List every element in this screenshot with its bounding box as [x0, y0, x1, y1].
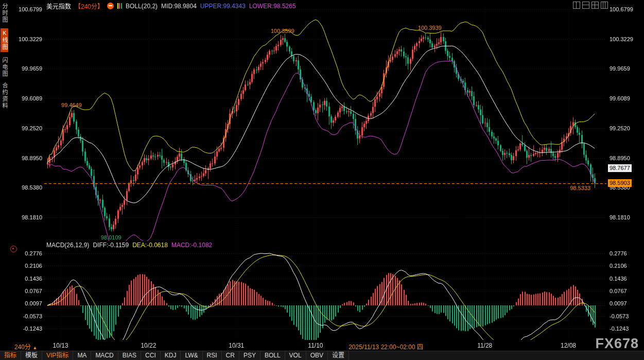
indicator-marker-icon[interactable] — [10, 246, 17, 252]
sidebar-nav: 分时图K线图闪电图合约资料 — [0, 0, 9, 360]
macd-dea-value: DEA:-0.0618 — [132, 242, 168, 249]
toolbar-button-obv[interactable]: OBV — [306, 351, 328, 360]
toolbar-button-boll[interactable]: BOLL — [260, 351, 285, 360]
toolbar-button-vip-indicators[interactable]: VIP指标 — [42, 351, 73, 360]
layout-split-horizontal-icon[interactable] — [582, 2, 589, 9]
macd-header: MACD(26,12,9) DIFF:-0.1159 DEA:-0.0618 M… — [46, 242, 212, 249]
toolbar-button-ma[interactable]: MA — [73, 351, 91, 360]
chart-canvas[interactable] — [0, 0, 644, 351]
boll-upper-value: UPPER:99.4343 — [200, 3, 246, 10]
sidebar-item-kline-chart[interactable]: K线图 — [1, 28, 8, 52]
sidebar-item-contract-info[interactable]: 合约资料 — [1, 82, 8, 109]
toolbar-button-kdj[interactable]: KDJ — [161, 351, 181, 360]
macd-indicator-label: MACD(26,12,9) — [46, 242, 89, 249]
timeframe-label[interactable]: 240分 ▲ — [14, 342, 37, 351]
macd-diff-value: DIFF:-0.1159 — [93, 242, 129, 249]
price-badge-last: 98.5903 — [608, 179, 632, 187]
boll-lower-value: LOWER:98.5265 — [249, 3, 296, 10]
boll-mid-value: MID:98.9804 — [161, 3, 197, 10]
toolbar-button-indicators[interactable]: 指标 — [0, 351, 21, 360]
toolbar-button-cr[interactable]: CR — [222, 351, 239, 360]
sidebar-item-time-chart[interactable]: 分时图 — [1, 3, 8, 23]
layout-split-vertical-icon[interactable] — [573, 2, 580, 9]
boll-indicator-label: BOLL(20,2) — [126, 3, 158, 10]
trading-terminal: 100.6799100.6799100.3229100.322999.96599… — [0, 0, 644, 360]
toolbar-button-psy[interactable]: PSY — [239, 351, 260, 360]
bottom-toolbar: 指标模板VIP指标MAMACDBIASCCIKDJLW&RSICRPSYBOLL… — [0, 351, 644, 360]
symbol-title: 美元指数 — [46, 2, 71, 10]
layout-columns-icon[interactable] — [601, 2, 608, 9]
window-layout-controls — [571, 2, 608, 11]
watermark: FX678 — [595, 336, 639, 352]
toolbar-button-lwr[interactable]: LW& — [181, 351, 202, 360]
toolbar-button-bias[interactable]: BIAS — [118, 351, 141, 360]
layout-grid-icon[interactable] — [591, 2, 599, 9]
triangle-up-icon: ▲ — [32, 345, 37, 350]
period-tag: 【240分】 — [75, 2, 103, 10]
toolbar-button-macd[interactable]: MACD — [91, 351, 118, 360]
sidebar-item-flash-chart[interactable]: 闪电图 — [1, 57, 8, 77]
collapse-circle-minus-icon[interactable] — [107, 3, 114, 9]
macd-macd-value: MACD:-0.1082 — [171, 242, 212, 249]
toolbar-button-vol[interactable]: VOL — [285, 351, 306, 360]
chart-header-bar: 美元指数 【240分】 BOLL(20,2) MID:98.9804 UPPER… — [46, 2, 296, 10]
timeframe-text: 240分 — [14, 344, 31, 351]
toolbar-button-settings[interactable]: 设置 — [328, 351, 349, 360]
toolbar-button-templates[interactable]: 模板 — [21, 351, 42, 360]
mini-candle-icon — [117, 3, 122, 9]
price-badge-mid: 98.7677 — [608, 164, 632, 172]
toolbar-button-cci[interactable]: CCI — [141, 351, 161, 360]
toolbar-button-rsi[interactable]: RSI — [203, 351, 222, 360]
